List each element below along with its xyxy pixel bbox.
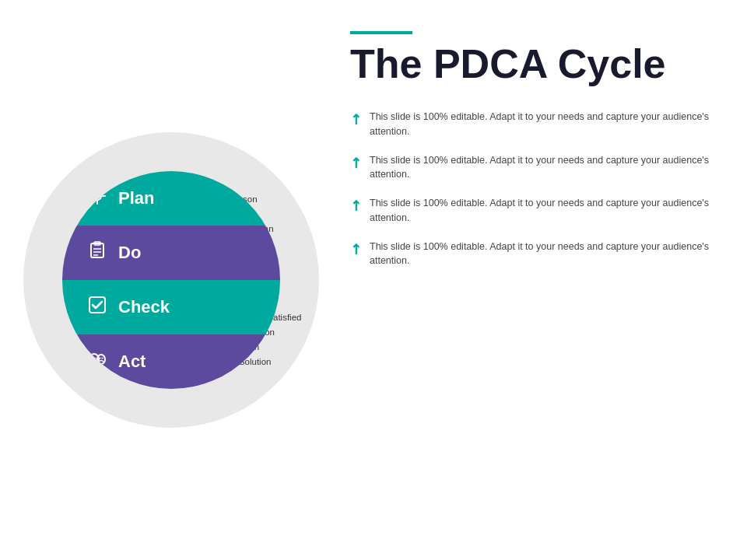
right-section: The PDCA Cycle ↗ This slide is 100% edit… — [335, 23, 731, 537]
check-label: Check — [118, 297, 170, 317]
inner-circle: Plan Do — [62, 171, 280, 389]
arrow-icon-4: ↗ — [345, 239, 366, 259]
arrow-icon-2: ↗ — [345, 152, 366, 173]
check-icon — [86, 295, 109, 320]
info-item-3: ↗ This slide is 100% editable. Adapt it … — [350, 196, 731, 226]
title-bar — [350, 31, 412, 34]
info-item-2: ↗ This slide is 100% editable. Adapt it … — [350, 153, 731, 183]
segment-do: Do — [62, 226, 280, 280]
info-item-1: ↗ This slide is 100% editable. Adapt it … — [350, 110, 731, 139]
arrow-icon-3: ↗ — [345, 195, 366, 215]
do-label: Do — [118, 243, 141, 263]
svg-point-17 — [102, 358, 103, 359]
info-item-4: ↗ This slide is 100% editable. Adapt it … — [350, 240, 731, 269]
segment-check: Check — [62, 280, 280, 334]
info-text-4: This slide is 100% editable. Adapt it to… — [370, 240, 731, 269]
svg-point-16 — [100, 358, 101, 359]
info-text-1: This slide is 100% editable. Adapt it to… — [370, 110, 731, 139]
info-text-2: This slide is 100% editable. Adapt it to… — [370, 153, 731, 183]
info-items: ↗ This slide is 100% editable. Adapt it … — [350, 110, 731, 268]
title-area: The PDCA Cycle — [350, 31, 731, 86]
act-label: Act — [118, 352, 146, 372]
slide: Plan Do — [0, 0, 747, 560]
left-section: Plan Do — [8, 23, 335, 537]
arrow-icon-1: ↗ — [345, 109, 366, 129]
info-text-3: This slide is 100% editable. Adapt it to… — [370, 196, 731, 226]
main-title: The PDCA Cycle — [350, 42, 731, 86]
plan-label: Plan — [118, 188, 154, 208]
do-icon — [86, 241, 109, 264]
